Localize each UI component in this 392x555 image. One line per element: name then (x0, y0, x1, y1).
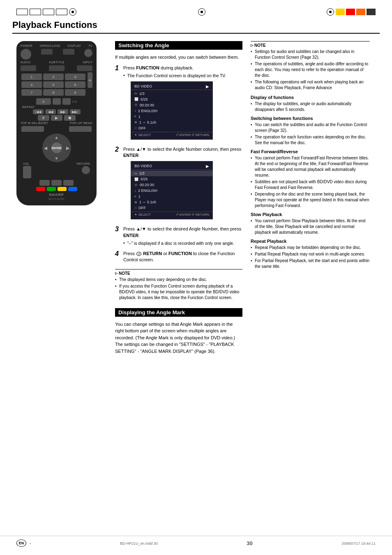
subsection-ffwd-item-1: You cannot perform Fast Forward/Fast Rev… (251, 155, 370, 178)
red-btn[interactable] (36, 187, 45, 191)
top-menu-btn[interactable] (21, 126, 44, 132)
vol-btn[interactable] (23, 166, 31, 178)
subsection-slow-items: You cannot perform Slow Playback between… (251, 218, 370, 235)
reg-circle-inner-right (329, 11, 332, 13)
main-layout: POWER OPEN/CLOSE DISPLAY TV AUDIO (12, 41, 380, 359)
num-8-btn[interactable]: 8 (43, 89, 64, 96)
blue-btn[interactable] (68, 187, 77, 191)
audio-btn[interactable] (21, 65, 36, 71)
step-2-num: 2 (115, 146, 121, 153)
step-4: 4 Press ↺ RETURN or FUNCTION to close th… (115, 251, 242, 265)
reg-box-1 (16, 9, 28, 15)
screen2-enter-return: ⏎ ENTER ↺ RETURN (176, 213, 209, 216)
subsection-switching-items: You can switch the subtitles and audio a… (251, 122, 370, 146)
num-5-btn[interactable]: 5 (43, 81, 64, 88)
footer-page-number: 30 (247, 540, 252, 546)
num-3-btn[interactable]: 3 (65, 74, 85, 80)
subtitle-btn[interactable] (49, 65, 65, 71)
step-4-content: Press ↺ RETURN or FUNCTION to close the … (123, 251, 242, 265)
screen1-title-val: 5/25 (141, 97, 148, 101)
num-2-btn[interactable]: 2 (43, 74, 64, 80)
step-1-num: 1 (115, 65, 121, 71)
arrow-left[interactable]: ◀ (44, 146, 47, 150)
vol-label: VOL (23, 162, 30, 165)
middle-note-item-2: If you access the Function Control scree… (115, 283, 242, 301)
reg-circle-center (198, 8, 205, 16)
time-icon-2: ⏱ (134, 183, 138, 187)
yellow-btn[interactable] (58, 187, 67, 191)
popup-menu-btn[interactable] (69, 126, 92, 132)
switching-angle-header: Switching the Angle (115, 41, 242, 50)
input-btn[interactable] (77, 65, 92, 71)
screen1-row-off: □ OFF (131, 125, 212, 131)
playback-top-row: |◀◀ ◀◀ ▶▶ ▶▶| (21, 109, 92, 114)
screen1-play-icon: ▶ (206, 84, 209, 89)
subsection-display: Display of functions The display for sub… (251, 95, 370, 113)
footer-left-group: EN - (16, 539, 31, 547)
stop-btn[interactable]: ⏹ (64, 115, 76, 121)
arrow-up[interactable]: ▲ (55, 135, 59, 140)
reg-box-2 (30, 9, 41, 15)
func-btn-3[interactable] (63, 180, 74, 186)
reg-circle-right (327, 8, 334, 16)
plus-btn[interactable]: + (88, 72, 92, 88)
open-close-btn[interactable] (41, 49, 53, 55)
screen2-audio-val: 2 ENGLISH (138, 189, 157, 193)
remote-brand: SHARP (21, 193, 92, 197)
prev-skip-btn[interactable]: |◀◀ (33, 109, 44, 114)
remote-model: BD PLAYER (21, 198, 92, 200)
playback-bottom-row: ⏸ ▶ ⏹ (21, 115, 92, 121)
zero-row: 0 CH (21, 98, 92, 105)
color-box-orange (356, 9, 365, 15)
num-6-btn[interactable]: 6 (65, 81, 85, 88)
screen1-ch-val: 1 ↔ 5.1ch (139, 120, 156, 124)
next-skip-btn[interactable]: ▶▶| (70, 109, 81, 114)
clear-btn[interactable] (53, 98, 61, 105)
display-btn[interactable] (63, 49, 74, 55)
extra-btn[interactable] (62, 98, 71, 105)
num-1-btn[interactable]: 1 (21, 74, 42, 80)
return-btn[interactable] (82, 166, 90, 174)
arrow-right[interactable]: ▶ (66, 146, 69, 150)
play-btn[interactable]: ▶ (51, 115, 62, 121)
num-7-btn[interactable]: 7 (21, 89, 42, 96)
screen1-row-ch: ⊕ 1 ↔ 5.1ch (131, 120, 212, 125)
tv-label: TV (88, 44, 92, 47)
power-btn[interactable] (21, 49, 31, 60)
color-box-red (346, 9, 355, 15)
ffwd-btn[interactable]: ▶▶ (58, 109, 68, 114)
num-9-btn[interactable]: 9 (65, 89, 85, 96)
reg-circle-inner-center (201, 11, 203, 13)
screen1-off-val: OFF (138, 126, 146, 130)
step-4-text: Press ↺ RETURN or FUNCTION to close the … (123, 251, 242, 263)
num-4-btn[interactable]: 4 (21, 81, 42, 88)
pause-btn[interactable]: ⏸ (38, 115, 49, 121)
func-btn-1[interactable] (39, 180, 50, 186)
step-1-text: Press FUNCTION during playback. (123, 65, 242, 71)
enter-btn[interactable]: ENTER (51, 143, 62, 153)
screen2-angle-val: 1/3 (139, 171, 145, 175)
popup-menu-label: POP-UP MENU (70, 122, 92, 124)
green-btn[interactable] (47, 187, 56, 191)
subsection-repeat: Repeat Playback Repeat Playback may be f… (251, 239, 370, 269)
repeat-label-row: REPEAT (21, 106, 92, 108)
step-3-text: Press ▲/▼ to select the desired Angle Nu… (123, 226, 242, 239)
screen2-title-row: BD VIDEO ▶ (131, 163, 212, 170)
power-label: POWER (21, 44, 32, 47)
remote-top-labels: POWER OPEN/CLOSE DISPLAY TV (21, 44, 92, 47)
top-menu-label: TOP M.SEL/BD/BT (21, 122, 48, 124)
angle-mark-header: Displaying the Angle Mark (115, 308, 242, 317)
screen1-title-row: BD VIDEO ▶ (131, 83, 212, 90)
remote-body: POWER OPEN/CLOSE DISPLAY TV AUDIO (16, 41, 97, 205)
func-btn-2[interactable] (51, 180, 62, 186)
subsection-repeat-item-1: Repeat Playback may be forbidden dependi… (251, 245, 370, 251)
arrow-down[interactable]: ▼ (55, 156, 59, 161)
subsection-repeat-items: Repeat Playback may be forbidden dependi… (251, 245, 370, 269)
screen2-row-title: ⬜ 5/25 (131, 176, 212, 182)
num-0-btn[interactable]: 0 (36, 98, 51, 105)
step-4-num: 4 (115, 251, 121, 257)
screen2-bottom: ✦ SELECT ⏎ ENTER ↺ RETURN (131, 212, 212, 217)
rewind-btn[interactable]: ◀◀ (45, 109, 56, 114)
tv-btn[interactable] (84, 49, 92, 57)
screen2-row-sub: ≡ 1 (131, 193, 212, 199)
